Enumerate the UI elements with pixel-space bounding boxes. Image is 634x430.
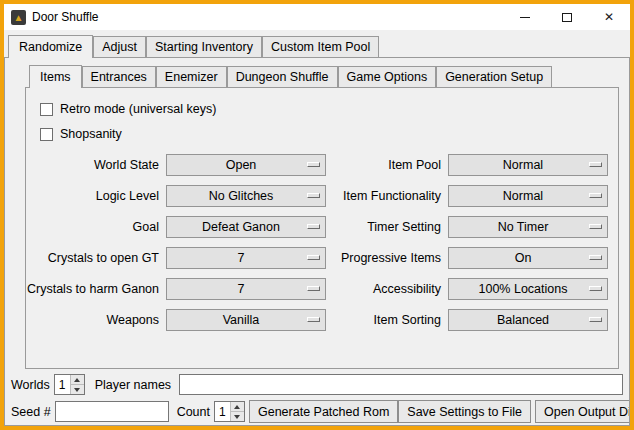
logic-level-value: No Glitches [209,189,274,203]
accessibility-label: Accessibility [330,278,444,300]
item-sorting-value: Balanced [497,313,549,327]
spin-up-icon[interactable] [70,375,84,384]
seed-input[interactable] [55,401,169,422]
item-pool-dropdown[interactable]: Normal [448,154,608,176]
app-window: ▲ Door Shuffle ✕ Randomize Adjust Starti… [4,4,630,426]
window-frame: ▲ Door Shuffle ✕ Randomize Adjust Starti… [0,0,634,430]
retro-mode-row[interactable]: Retro mode (universal keys) [40,97,608,121]
close-icon: ✕ [604,10,614,24]
dropdown-indicator-icon [307,317,320,322]
window-title: Door Shuffle [32,10,99,24]
dropdown-indicator-icon [307,224,320,229]
dropdown-indicator-icon [589,255,602,260]
item-sorting-dropdown[interactable]: Balanced [448,309,608,331]
items-pane: Retro mode (universal keys) Shopsanity W… [25,87,619,369]
accessibility-value: 100% Locations [479,282,568,296]
weapons-dropdown[interactable]: Vanilla [166,309,326,331]
shopsanity-row[interactable]: Shopsanity [40,122,608,146]
spin-up-icon[interactable] [230,402,244,411]
outer-tab-bar: Randomize Adjust Starting Inventory Cust… [4,30,630,57]
inner-tab-bar: Items Entrances Enemizer Dungeon Shuffle… [5,58,629,87]
tab-game-options[interactable]: Game Options [338,66,437,87]
item-functionality-value: Normal [503,189,543,203]
worlds-label: Worlds [11,378,50,392]
tab-entrances[interactable]: Entrances [82,66,156,87]
goal-label: Goal [36,216,162,238]
worlds-spinner-buttons [70,375,84,394]
tab-items[interactable]: Items [29,65,82,88]
retro-mode-label: Retro mode (universal keys) [60,102,216,116]
timer-setting-dropdown[interactable]: No Timer [448,216,608,238]
count-spinner-buttons [230,402,244,421]
item-functionality-dropdown[interactable]: Normal [448,185,608,207]
weapons-label: Weapons [36,309,162,331]
tab-starting-inventory[interactable]: Starting Inventory [146,36,262,57]
world-state-label: World State [36,154,162,176]
seed-row: Seed # Count 1 Generate Patched Rom Save… [11,400,623,423]
logic-level-label: Logic Level [36,185,162,207]
caption-buttons: ✕ [504,4,630,30]
item-functionality-label: Item Functionality [330,185,444,207]
player-names-input[interactable] [179,374,623,395]
crystals-ganon-dropdown[interactable]: 7 [166,278,326,300]
seed-label: Seed # [11,405,51,419]
dropdown-indicator-icon [589,317,602,322]
title-bar[interactable]: ▲ Door Shuffle ✕ [4,4,630,30]
dropdown-indicator-icon [307,255,320,260]
weapons-value: Vanilla [223,313,260,327]
spin-down-icon[interactable] [70,384,84,394]
worlds-spinner[interactable]: 1 [54,374,85,395]
goal-dropdown[interactable]: Defeat Ganon [166,216,326,238]
dropdown-indicator-icon [589,193,602,198]
accessibility-dropdown[interactable]: 100% Locations [448,278,608,300]
count-value: 1 [215,402,230,421]
goal-value: Defeat Ganon [202,220,280,234]
count-label: Count [177,405,210,419]
tab-dungeon-shuffle[interactable]: Dungeon Shuffle [227,66,338,87]
progressive-items-label: Progressive Items [330,247,444,269]
retro-mode-checkbox[interactable] [40,103,53,116]
item-sorting-label: Item Sorting [330,309,444,331]
shopsanity-checkbox[interactable] [40,128,53,141]
tab-randomize[interactable]: Randomize [8,35,93,58]
world-state-value: Open [226,158,257,172]
crystals-ganon-value: 7 [238,282,245,296]
world-state-dropdown[interactable]: Open [166,154,326,176]
randomize-pane: Items Entrances Enemizer Dungeon Shuffle… [4,57,630,426]
timer-setting-value: No Timer [498,220,549,234]
generate-patched-rom-button[interactable]: Generate Patched Rom [249,400,398,423]
shopsanity-label: Shopsanity [60,127,122,141]
count-spinner[interactable]: 1 [214,401,245,422]
tab-generation-setup[interactable]: Generation Setup [436,66,552,87]
player-names-label: Player names [95,378,171,392]
minimize-icon [520,17,530,18]
save-settings-button[interactable]: Save Settings to File [398,400,531,423]
logic-level-dropdown[interactable]: No Glitches [166,185,326,207]
bottom-bar: Worlds 1 Player names Seed # Count [5,369,629,426]
dropdown-indicator-icon [589,286,602,291]
crystals-gt-dropdown[interactable]: 7 [166,247,326,269]
timer-setting-label: Timer Setting [330,216,444,238]
crystals-gt-label: Crystals to open GT [36,247,162,269]
open-output-directory-button[interactable]: Open Output Directory [535,400,630,423]
dropdown-indicator-icon [307,286,320,291]
dropdown-indicator-icon [307,193,320,198]
dropdown-indicator-icon [307,162,320,167]
maximize-button[interactable] [546,4,588,30]
dropdown-indicator-icon [589,224,602,229]
close-button[interactable]: ✕ [588,4,630,30]
maximize-icon [562,13,572,22]
worlds-value: 1 [55,375,70,394]
minimize-button[interactable] [504,4,546,30]
settings-grid: World State Open Item Pool Normal Logic … [36,154,608,331]
crystals-gt-value: 7 [238,251,245,265]
tab-enemizer[interactable]: Enemizer [156,66,227,87]
progressive-items-value: On [515,251,532,265]
progressive-items-dropdown[interactable]: On [448,247,608,269]
worlds-row: Worlds 1 Player names [11,373,623,396]
tab-custom-item-pool[interactable]: Custom Item Pool [262,36,379,57]
tab-adjust[interactable]: Adjust [93,36,146,57]
spin-down-icon[interactable] [230,411,244,421]
dropdown-indicator-icon [589,162,602,167]
item-pool-value: Normal [503,158,543,172]
